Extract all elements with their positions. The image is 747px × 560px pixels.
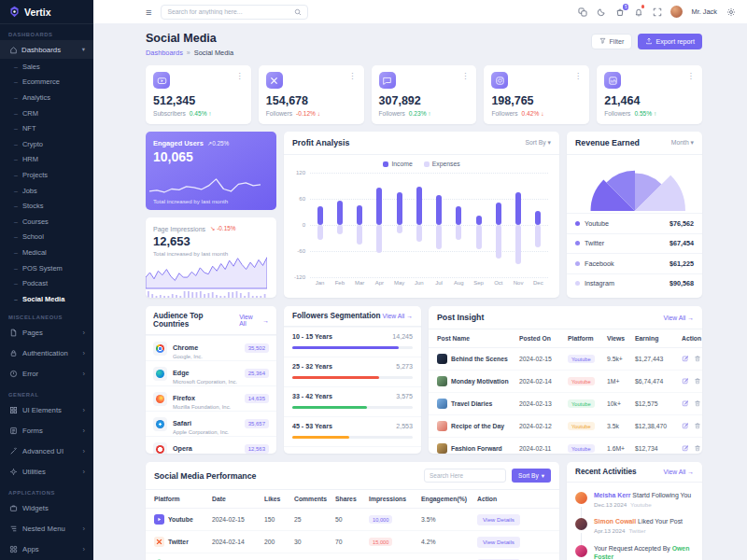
post-insight-view-all-link[interactable]: View All→ xyxy=(664,315,694,321)
segment-value: 2,553 xyxy=(396,423,413,430)
more-options-icon[interactable]: ⋮ xyxy=(687,72,696,80)
translate-icon[interactable] xyxy=(577,7,587,17)
sidebar-item-hrm[interactable]: –HRM xyxy=(0,152,93,168)
sidebar-item-analytics[interactable]: –Analytics xyxy=(0,90,93,105)
trash-icon[interactable] xyxy=(694,444,701,453)
sidebar-item-podcast[interactable]: –Podcast xyxy=(0,275,93,291)
post-name: Recipe of the Day xyxy=(437,421,519,431)
view-details-button[interactable]: View Details xyxy=(477,537,520,548)
trash-icon[interactable] xyxy=(694,377,701,385)
audience-row-opera[interactable]: OperaOpera, Inc.12,563 xyxy=(146,436,276,454)
trash-icon[interactable] xyxy=(694,422,701,430)
notifications-icon[interactable] xyxy=(633,7,643,17)
income-bar[interactable] xyxy=(436,195,442,225)
activity-user-name[interactable]: Meisha Kerr xyxy=(594,492,630,498)
income-bar[interactable] xyxy=(476,216,482,225)
edit-icon[interactable] xyxy=(682,399,689,408)
search-input[interactable] xyxy=(167,8,290,15)
edit-icon[interactable] xyxy=(682,422,689,430)
sidebar-item-error[interactable]: Error› xyxy=(0,364,93,385)
edit-icon[interactable] xyxy=(682,355,689,363)
fullscreen-icon[interactable] xyxy=(652,7,662,17)
profit-sort-dropdown[interactable]: Sort By ▾ xyxy=(525,139,551,147)
sidebar-item-dashboards[interactable]: Dashboards ▾ xyxy=(0,40,93,59)
sidebar-item-nested-menu[interactable]: Nested Menu› xyxy=(0,519,93,539)
sidebar-item-apps[interactable]: Apps› xyxy=(0,539,93,560)
expenses-bar[interactable] xyxy=(476,225,482,249)
sidebar-item-school[interactable]: –School xyxy=(0,230,93,245)
expenses-bar[interactable] xyxy=(357,225,362,245)
more-options-icon[interactable]: ⋮ xyxy=(348,72,357,80)
edit-icon[interactable] xyxy=(682,377,689,385)
sidebar-item-ui-elements[interactable]: UI Elements› xyxy=(0,400,93,421)
brand-logo[interactable]: Vertix xyxy=(0,0,93,24)
revenue-period-dropdown[interactable]: Month ▾ xyxy=(671,139,694,147)
more-options-icon[interactable]: ⋮ xyxy=(461,72,470,80)
audience-row-chrome[interactable]: ChromeGoogle, Inc.35,502 xyxy=(146,335,276,360)
hamburger-menu-icon[interactable]: ≡ xyxy=(146,7,151,18)
cart-icon[interactable]: 5 xyxy=(614,7,625,17)
expenses-bar[interactable] xyxy=(337,225,343,234)
sidebar-item-projects[interactable]: –Projects xyxy=(0,167,93,183)
sidebar-item-widgets[interactable]: Widgets xyxy=(0,498,93,519)
sidebar-item-stocks[interactable]: –Stocks xyxy=(0,198,93,214)
expenses-bar[interactable] xyxy=(456,225,461,240)
user-avatar[interactable] xyxy=(670,6,683,18)
expenses-bar[interactable] xyxy=(317,225,323,240)
sidebar-item-medical[interactable]: –Medical xyxy=(0,245,93,260)
sidebar-item-authentication[interactable]: Authentication› xyxy=(0,343,93,364)
sidebar-item-crm[interactable]: –CRM xyxy=(0,105,93,121)
sidebar-item-nft[interactable]: –NFT xyxy=(0,120,93,136)
income-bar[interactable] xyxy=(496,203,501,225)
segmentation-view-all-link[interactable]: View All→ xyxy=(383,313,413,319)
income-bar[interactable] xyxy=(456,206,461,225)
activities-view-all-link[interactable]: View All→ xyxy=(664,469,694,475)
sidebar-item-sales[interactable]: –Sales xyxy=(0,59,93,75)
income-bar[interactable] xyxy=(397,192,402,225)
performance-search-input[interactable] xyxy=(424,469,506,483)
sidebar-item-crypto[interactable]: –Crypto xyxy=(0,136,93,152)
activity-user-name[interactable]: Simon Cowall xyxy=(594,518,636,525)
more-options-icon[interactable]: ⋮ xyxy=(574,72,583,80)
edit-icon[interactable] xyxy=(682,444,689,453)
income-bar[interactable] xyxy=(376,188,382,225)
sidebar-item-utilities[interactable]: Utilities› xyxy=(0,462,93,483)
sidebar-item-pos-system[interactable]: –POS System xyxy=(0,260,93,276)
sidebar-item-social-media[interactable]: –Social Media xyxy=(0,291,93,307)
search-icon[interactable] xyxy=(294,8,302,16)
filter-button[interactable]: Filter xyxy=(591,34,632,49)
trash-icon[interactable] xyxy=(694,399,701,408)
sidebar-item-courses[interactable]: –Courses xyxy=(0,214,93,230)
income-bar[interactable] xyxy=(416,187,422,225)
breadcrumb-dashboards[interactable]: Dashboards xyxy=(146,49,183,57)
view-details-button[interactable]: View Details xyxy=(477,514,520,525)
expenses-bar[interactable] xyxy=(397,225,402,233)
expenses-bar[interactable] xyxy=(376,225,382,253)
audience-row-edge[interactable]: EdgeMicrosoft Corporation, Inc.25,364 xyxy=(146,360,276,385)
sidebar-item-ecommerce[interactable]: –Ecommerce xyxy=(0,75,93,91)
income-bar[interactable] xyxy=(357,205,362,225)
audience-view-all-link[interactable]: View All→ xyxy=(239,314,269,327)
export-report-button[interactable]: Export report xyxy=(638,34,702,49)
expenses-bar[interactable] xyxy=(535,225,541,247)
sidebar-item-pages[interactable]: Pages› xyxy=(0,323,93,343)
dark-mode-icon[interactable] xyxy=(596,7,606,17)
income-bar[interactable] xyxy=(317,206,323,225)
sidebar-item-jobs[interactable]: –Jobs xyxy=(0,183,93,199)
income-bar[interactable] xyxy=(535,211,541,225)
expenses-bar[interactable] xyxy=(496,225,501,259)
income-bar[interactable] xyxy=(337,201,343,225)
expenses-bar[interactable] xyxy=(515,225,521,264)
expenses-bar[interactable] xyxy=(436,225,442,249)
sidebar-item-forms[interactable]: Forms› xyxy=(0,421,93,441)
settings-gear-icon[interactable] xyxy=(726,7,736,17)
sidebar-item-advanced-ui[interactable]: Advanced UI› xyxy=(0,441,93,462)
trash-icon[interactable] xyxy=(694,355,701,363)
audience-row-firefox[interactable]: FirefoxMozilla Foundation, Inc.14,635 xyxy=(146,385,276,411)
audience-row-safari[interactable]: SafariApple Corporation, Inc.35,657 xyxy=(146,411,276,436)
more-options-icon[interactable]: ⋮ xyxy=(235,72,244,80)
performance-sort-button[interactable]: Sort By ▾ xyxy=(512,469,551,483)
activity-user-name[interactable]: Owen Foster xyxy=(594,545,689,560)
expenses-bar[interactable] xyxy=(416,225,422,242)
income-bar[interactable] xyxy=(515,192,521,225)
